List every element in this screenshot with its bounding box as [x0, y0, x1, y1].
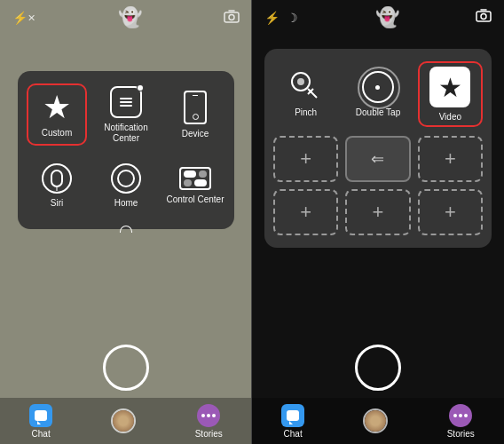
snapchat-logo-left: 👻 — [118, 6, 142, 29]
device-label: Device — [182, 129, 209, 139]
assistive-menu: Pinch Double Tap ★ Video + ⇐ + — [264, 49, 492, 248]
home-label: Home — [114, 198, 138, 209]
home-icon — [111, 163, 141, 194]
shutter-button-right[interactable] — [355, 345, 401, 391]
left-popup-menu: ★ Custom Notification Center Device — [18, 71, 234, 229]
svg-point-5 — [297, 78, 304, 85]
double-tap-icon — [362, 71, 394, 103]
snapchat-logo-right: 👻 — [375, 6, 399, 29]
assistive-top-row: Pinch Double Tap ★ Video — [273, 61, 483, 127]
chat-icon-left — [29, 404, 52, 427]
plus-cell-5[interactable]: + — [418, 189, 483, 235]
tab-chat-left[interactable]: Chat — [29, 404, 52, 439]
moon-icon-right[interactable]: ☽ — [287, 11, 298, 25]
video-star-icon: ★ — [438, 72, 462, 103]
menu-item-home[interactable]: Home — [96, 155, 156, 217]
left-panel: ⚡✕ 👻 ★ Custom No — [0, 0, 252, 444]
memories-icon-right — [363, 408, 388, 433]
stories-tab-label-right: Stories — [447, 429, 475, 439]
stories-icon-left — [197, 404, 220, 427]
right-top-bar: ⚡ ☽ 👻 — [252, 0, 504, 36]
plus-cell-2[interactable]: + — [418, 136, 483, 182]
menu-item-control-center[interactable]: Control Center — [165, 155, 225, 217]
plus-cell-3[interactable]: + — [273, 189, 338, 235]
stories-icon-right — [449, 404, 472, 427]
control-center-label: Control Center — [166, 194, 224, 205]
svg-rect-2 — [476, 12, 491, 21]
camera-flip-left[interactable] — [224, 9, 240, 28]
flash-icon-right[interactable]: ⚡ — [264, 11, 280, 25]
panel-divider — [251, 0, 252, 444]
video-star-box: ★ — [429, 67, 470, 107]
stories-tab-label-left: Stories — [195, 429, 223, 439]
pinch-label: Pinch — [295, 107, 317, 117]
chat-bubble-right — [287, 410, 299, 421]
chat-icon-right — [281, 404, 304, 427]
assistive-item-video[interactable]: ★ Video — [418, 61, 483, 127]
tab-memories-left[interactable] — [111, 408, 136, 433]
video-label: Video — [439, 112, 461, 122]
assistive-item-pinch[interactable]: Pinch — [273, 61, 338, 127]
menu-item-siri[interactable]: Siri — [27, 155, 87, 217]
siri-label: Siri — [51, 198, 63, 209]
chat-tab-label-left: Chat — [32, 429, 51, 439]
plus-cell-4[interactable]: + — [345, 189, 410, 235]
svg-point-1 — [229, 14, 234, 20]
notification-center-label: Notification Center — [96, 123, 156, 144]
chat-tab-label-right: Chat — [284, 429, 303, 439]
assistive-item-double-tap[interactable]: Double Tap — [345, 61, 410, 127]
siri-icon — [42, 163, 72, 194]
tab-chat-right[interactable]: Chat — [281, 404, 304, 439]
custom-label: Custom — [42, 128, 72, 139]
control-center-icon — [179, 167, 211, 190]
chat-bubble-left — [35, 410, 47, 421]
notification-center-icon — [110, 86, 142, 118]
left-tab-bar: Chat Stories — [0, 398, 252, 444]
plus-grid: + ⇐ + + + + — [273, 136, 483, 235]
shutter-button-left[interactable] — [103, 345, 149, 391]
right-tab-bar: Chat Stories — [252, 398, 504, 444]
tab-memories-right[interactable] — [363, 408, 388, 433]
pinch-icon — [290, 71, 322, 103]
camera-flip-right[interactable] — [476, 8, 492, 28]
device-icon — [184, 91, 207, 124]
memories-icon-left — [111, 408, 136, 433]
back-arrow-cell[interactable]: ⇐ — [345, 136, 410, 182]
svg-point-3 — [481, 14, 486, 20]
tab-stories-left[interactable]: Stories — [195, 404, 223, 439]
menu-item-custom[interactable]: ★ Custom — [27, 83, 87, 146]
right-panel: ⚡ ☽ 👻 — [252, 0, 504, 444]
menu-item-device[interactable]: Device — [165, 83, 225, 146]
tab-stories-right[interactable]: Stories — [447, 404, 475, 439]
menu-item-notification-center[interactable]: Notification Center — [96, 83, 156, 146]
plus-cell-1[interactable]: + — [273, 136, 338, 182]
flash-icon-left[interactable]: ⚡✕ — [12, 11, 35, 25]
left-top-bar: ⚡✕ 👻 — [0, 0, 252, 36]
star-icon: ★ — [43, 91, 71, 123]
svg-rect-0 — [224, 12, 239, 22]
